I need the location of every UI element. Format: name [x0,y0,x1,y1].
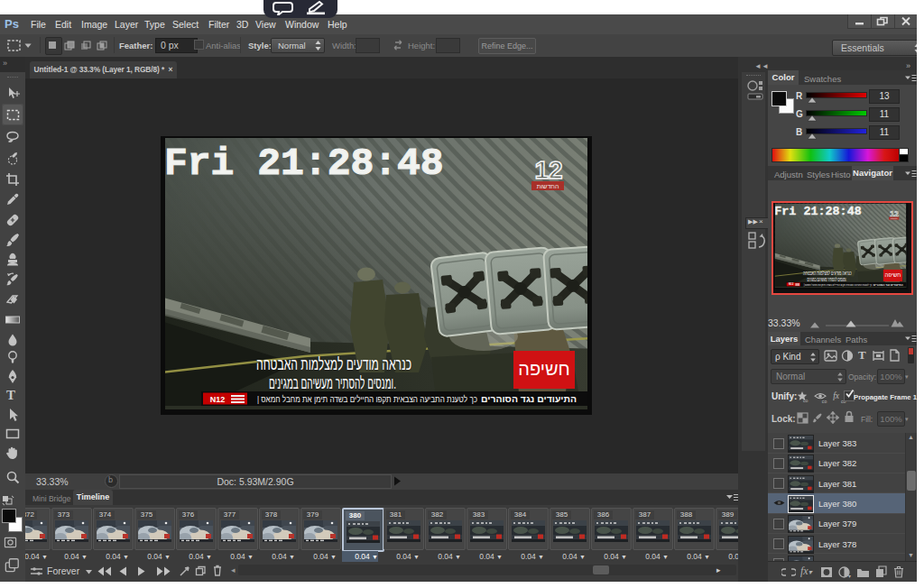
svg-text:co: co [822,399,827,403]
svg-text:fx: fx [833,390,840,400]
svg-text:▾: ▾ [848,574,851,578]
svg-text:co: co [803,398,808,403]
